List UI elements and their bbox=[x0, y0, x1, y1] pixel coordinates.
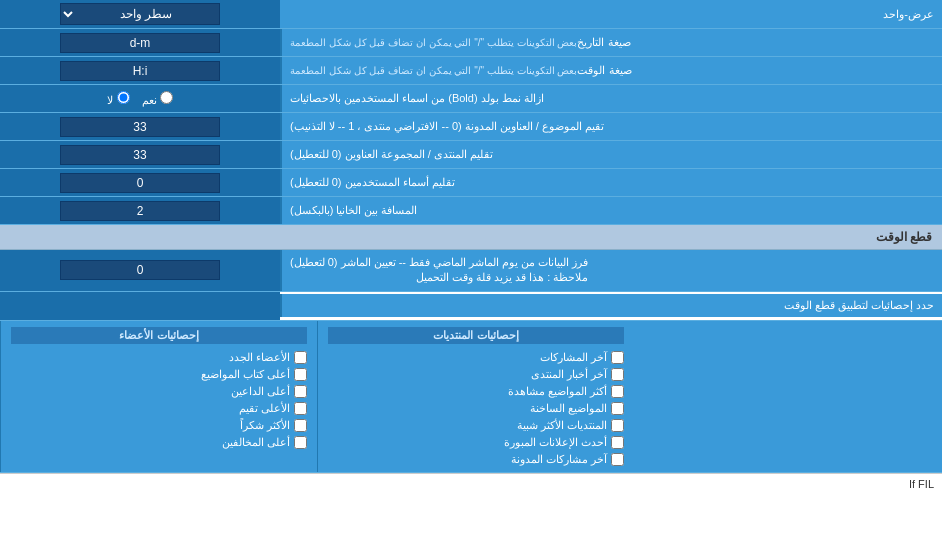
cb-top-writers: أعلى كتاب المواضيع bbox=[11, 368, 307, 381]
cb-top-rated: الأعلى تقيم bbox=[11, 402, 307, 415]
cb-most-similar: المنتديات الأكثر شبية bbox=[328, 419, 624, 432]
space-columns-row: المسافة بين الخانيا (بالبكسل) bbox=[0, 197, 942, 225]
radio-yes-label: نعم bbox=[142, 91, 173, 107]
cb-blog-posts-label: آخر مشاركات المدونة bbox=[511, 453, 607, 466]
cb-latest-announcements-label: أحدث الإعلانات المبورة bbox=[504, 436, 607, 449]
order-subjects-input-cell bbox=[0, 113, 280, 140]
order-forum-row: تقليم المنتدى / المجموعة العناوين (0 للت… bbox=[0, 141, 942, 169]
cb-top-writers-check[interactable] bbox=[294, 368, 307, 381]
cb-new-members-check[interactable] bbox=[294, 351, 307, 364]
date-format-label: صيغة التاريخ بعض التكوينات يتطلب "/" الت… bbox=[280, 29, 942, 56]
member-stats-col: إحصائيات الأعضاء الأعضاء الجدد أعلى كتاب… bbox=[0, 321, 317, 472]
limit-label: حدد إحصائيات لتطبيق قطع الوقت bbox=[280, 294, 942, 317]
cb-new-members-label: الأعضاء الجدد bbox=[229, 351, 290, 364]
cb-hot-topics: المواضيع الساخنة bbox=[328, 402, 624, 415]
cb-most-similar-check[interactable] bbox=[611, 419, 624, 432]
cb-most-viewed: أكثر المواضيع مشاهدة bbox=[328, 385, 624, 398]
cb-top-violators-check[interactable] bbox=[294, 436, 307, 449]
trim-usernames-input-cell bbox=[0, 169, 280, 196]
cb-last-posts: آخر المشاركات bbox=[328, 351, 624, 364]
cb-top-rated-check[interactable] bbox=[294, 402, 307, 415]
cb-top-inviters-label: أعلى الداعين bbox=[231, 385, 290, 398]
cb-hot-topics-check[interactable] bbox=[611, 402, 624, 415]
filter-data-input[interactable] bbox=[60, 260, 220, 280]
limit-row: حدد إحصائيات لتطبيق قطع الوقت bbox=[0, 292, 942, 321]
order-forum-input[interactable] bbox=[60, 145, 220, 165]
عرض-row: عرض-واحد سطر واحدسطرينثلاثة أسطر bbox=[0, 0, 942, 29]
limit-cell bbox=[0, 292, 280, 320]
time-format-row: صيغة الوقت بعض التكوينات يتطلب "/" التي … bbox=[0, 57, 942, 85]
cb-top-inviters: أعلى الداعين bbox=[11, 385, 307, 398]
filter-data-input-cell bbox=[0, 250, 280, 291]
checkbox-area: إحصائيات المنتديات آخر المشاركات آخر أخب… bbox=[0, 321, 942, 473]
cb-most-viewed-label: أكثر المواضيع مشاهدة bbox=[508, 385, 607, 398]
forum-stats-title: إحصائيات المنتديات bbox=[328, 327, 624, 344]
empty-col bbox=[634, 321, 942, 472]
cb-last-news-check[interactable] bbox=[611, 368, 624, 381]
radio-no[interactable] bbox=[117, 91, 130, 104]
date-format-input[interactable] bbox=[60, 33, 220, 53]
cb-top-violators-label: أعلى المخالفين bbox=[222, 436, 290, 449]
time-format-label: صيغة الوقت بعض التكوينات يتطلب "/" التي … bbox=[280, 57, 942, 84]
trim-usernames-input[interactable] bbox=[60, 173, 220, 193]
عرض-dropdown-cell: سطر واحدسطرينثلاثة أسطر bbox=[0, 0, 280, 28]
time-format-input-cell bbox=[0, 57, 280, 84]
order-subjects-input[interactable] bbox=[60, 117, 220, 137]
cb-top-rated-label: الأعلى تقيم bbox=[239, 402, 290, 415]
filter-data-row: فرز البيانات من يوم الماشر الماضي فقط --… bbox=[0, 250, 942, 292]
date-format-input-cell bbox=[0, 29, 280, 56]
cb-most-thanks: الأكثر شكراً bbox=[11, 419, 307, 432]
cb-top-violators: أعلى المخالفين bbox=[11, 436, 307, 449]
cb-last-news-label: آخر أخبار المنتدى bbox=[531, 368, 607, 381]
bottom-text: If FIL bbox=[0, 473, 942, 494]
cb-new-members: الأعضاء الجدد bbox=[11, 351, 307, 364]
remove-bold-row: ازالة نمط بولد (Bold) من اسماء المستخدمي… bbox=[0, 85, 942, 113]
radio-no-label: لا bbox=[107, 91, 129, 107]
filter-data-label: فرز البيانات من يوم الماشر الماضي فقط --… bbox=[280, 250, 942, 291]
cb-most-similar-label: المنتديات الأكثر شبية bbox=[517, 419, 607, 432]
cb-most-thanks-label: الأكثر شكراً bbox=[240, 419, 290, 432]
order-forum-label: تقليم المنتدى / المجموعة العناوين (0 للت… bbox=[280, 141, 942, 168]
cb-hot-topics-label: المواضيع الساخنة bbox=[530, 402, 607, 415]
space-columns-input-cell bbox=[0, 197, 280, 224]
time-format-input[interactable] bbox=[60, 61, 220, 81]
date-format-row: صيغة التاريخ بعض التكوينات يتطلب "/" الت… bbox=[0, 29, 942, 57]
trim-usernames-label: تقليم أسماء المستخدمين (0 للتعطيل) bbox=[280, 169, 942, 196]
cb-top-inviters-check[interactable] bbox=[294, 385, 307, 398]
trim-usernames-row: تقليم أسماء المستخدمين (0 للتعطيل) bbox=[0, 169, 942, 197]
remove-bold-label: ازالة نمط بولد (Bold) من اسماء المستخدمي… bbox=[280, 85, 942, 112]
cb-last-posts-check[interactable] bbox=[611, 351, 624, 364]
cb-most-thanks-check[interactable] bbox=[294, 419, 307, 432]
member-stats-title: إحصائيات الأعضاء bbox=[11, 327, 307, 344]
forum-stats-col: إحصائيات المنتديات آخر المشاركات آخر أخب… bbox=[317, 321, 634, 472]
cb-blog-posts-check[interactable] bbox=[611, 453, 624, 466]
order-subjects-row: تقيم الموضوع / العناوين المدونة (0 -- ال… bbox=[0, 113, 942, 141]
cb-most-viewed-check[interactable] bbox=[611, 385, 624, 398]
remove-bold-input-cell: نعم لا bbox=[0, 85, 280, 112]
order-subjects-label: تقيم الموضوع / العناوين المدونة (0 -- ال… bbox=[280, 113, 942, 140]
cb-last-news: آخر أخبار المنتدى bbox=[328, 368, 624, 381]
عرض-dropdown[interactable]: سطر واحدسطرينثلاثة أسطر bbox=[60, 3, 220, 25]
cutoff-section-header: قطع الوقت bbox=[0, 225, 942, 250]
space-columns-label: المسافة بين الخانيا (بالبكسل) bbox=[280, 197, 942, 224]
cb-top-writers-label: أعلى كتاب المواضيع bbox=[201, 368, 290, 381]
space-columns-input[interactable] bbox=[60, 201, 220, 221]
cb-latest-announcements-check[interactable] bbox=[611, 436, 624, 449]
radio-yes[interactable] bbox=[160, 91, 173, 104]
cb-last-posts-label: آخر المشاركات bbox=[540, 351, 607, 364]
عرض-label: عرض-واحد bbox=[280, 3, 942, 26]
order-forum-input-cell bbox=[0, 141, 280, 168]
cb-blog-posts: آخر مشاركات المدونة bbox=[328, 453, 624, 466]
cb-latest-announcements: أحدث الإعلانات المبورة bbox=[328, 436, 624, 449]
